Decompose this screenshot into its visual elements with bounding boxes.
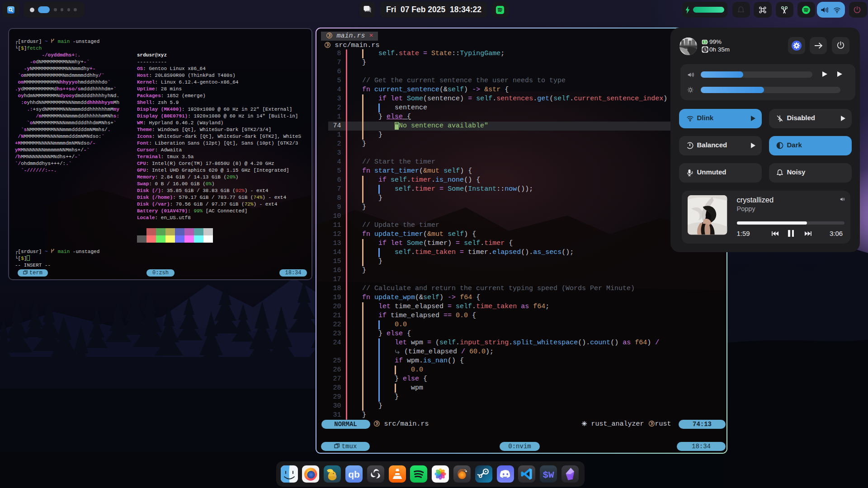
svg-text:$W: $W [542,470,554,480]
svg-text:qb: qb [348,469,360,479]
